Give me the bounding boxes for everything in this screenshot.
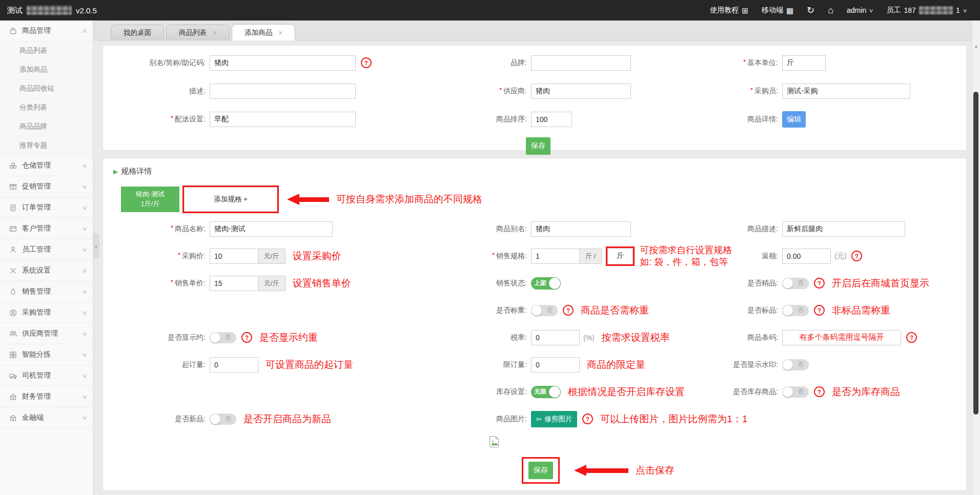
sale-spec-input[interactable]: [531, 249, 580, 264]
sidebar-item-finance[interactable]: 财务管理 ∨: [0, 386, 93, 407]
spec-name-input[interactable]: [210, 221, 333, 237]
sale-price-input[interactable]: [210, 276, 258, 291]
show-weight-toggle[interactable]: 否: [210, 332, 236, 343]
supplier-input[interactable]: [531, 84, 631, 99]
watermark-toggle[interactable]: 否: [782, 359, 809, 370]
barcode-input[interactable]: [782, 330, 901, 345]
section-arrow-icon: ▶: [113, 168, 118, 175]
close-icon[interactable]: ×: [213, 29, 217, 36]
rebate-unit: (元): [834, 252, 846, 261]
close-icon[interactable]: ×: [278, 29, 282, 36]
standard-label: 是否标品:: [710, 306, 778, 315]
help-icon[interactable]: ?: [906, 332, 918, 344]
admin-menu[interactable]: admin ∨: [847, 6, 873, 14]
sidebar-item-system-settings[interactable]: 系统设置 ∨: [0, 260, 93, 281]
sidebar-item-drivers[interactable]: 司机管理 ∨: [0, 365, 93, 386]
new-goods-toggle[interactable]: 否: [210, 414, 236, 425]
home-button[interactable]: ⌂: [828, 6, 833, 15]
sidebar-item-purchasing[interactable]: 采购管理 ∨: [0, 302, 93, 323]
tab-my-desktop[interactable]: 我的桌面: [111, 25, 164, 40]
help-icon[interactable]: ?: [360, 57, 373, 69]
spec-desc-input[interactable]: [782, 221, 905, 237]
min-order-label: 起订量:: [113, 360, 206, 369]
qr-code-icon: ▦: [786, 7, 793, 14]
help-icon[interactable]: ?: [241, 332, 253, 344]
help-icon[interactable]: ?: [582, 413, 594, 425]
stock-setting-toggle[interactable]: 无限: [531, 386, 561, 398]
tab-goods-list[interactable]: 商品列表 ×: [166, 25, 230, 40]
min-order-input[interactable]: [210, 357, 258, 373]
scrollbar-thumb[interactable]: [973, 92, 978, 415]
tutorial-label: 使用教程: [710, 6, 739, 15]
help-icon[interactable]: ?: [851, 250, 863, 262]
help-icon[interactable]: ?: [813, 386, 826, 398]
boutique-toggle[interactable]: 否: [782, 278, 809, 289]
chevron-down-icon: ∨: [81, 204, 88, 211]
save-spec-button[interactable]: 保存: [528, 462, 553, 479]
sidebar-item-category-list[interactable]: 分类列表: [0, 98, 93, 117]
tab-add-goods[interactable]: 添加商品 ×: [232, 24, 295, 40]
sidebar-item-featured-topics[interactable]: 推荐专题: [0, 136, 93, 155]
max-order-input[interactable]: [531, 357, 580, 373]
sale-status-toggle[interactable]: 上架: [531, 277, 561, 290]
standard-toggle[interactable]: 否: [782, 305, 809, 316]
sidebar-item-goods-brand[interactable]: 商品品牌: [0, 117, 93, 136]
weigh-toggle[interactable]: 否: [531, 305, 558, 316]
base-unit-input[interactable]: [782, 55, 826, 71]
mobile-link[interactable]: 移动端 ▦: [762, 6, 793, 15]
scroll-up-icon[interactable]: ▲: [972, 44, 980, 49]
sidebar-item-goods-management[interactable]: 商品管理 ∧: [0, 20, 93, 42]
save-basic-button[interactable]: 保存: [526, 137, 550, 155]
sidebar-item-orders[interactable]: 订单管理 ∨: [0, 197, 93, 218]
basic-info-panel: 别名/简称/助记码: ? 品牌: *基本单位: 描述: *供应商:: [103, 45, 967, 151]
sidebar-collapse-handle[interactable]: ‹: [93, 233, 99, 259]
spec-alias-input[interactable]: [531, 221, 631, 237]
stock-setting-label: 库存设置:: [393, 387, 527, 397]
annotation-sale-price: 设置销售单价: [293, 277, 351, 290]
sort-input[interactable]: [531, 112, 572, 127]
help-icon[interactable]: ?: [813, 304, 826, 317]
alias-input[interactable]: [210, 55, 356, 71]
desc-label: 描述:: [113, 87, 206, 96]
sidebar-item-suppliers[interactable]: 供应商管理 ∨: [0, 323, 93, 344]
staff-menu[interactable]: 员工 187 1 ∨: [887, 6, 967, 15]
sidebar-item-sales[interactable]: 销售管理 ∨: [0, 281, 93, 302]
vertical-scrollbar[interactable]: ▲: [972, 20, 980, 495]
delivery-input[interactable]: [210, 112, 356, 127]
sidebar-item-warehouse[interactable]: 仓储管理 ∨: [0, 155, 93, 176]
help-icon[interactable]: ?: [813, 277, 826, 290]
spec-tab-active[interactable]: 猪肉-测试 1斤/斤: [121, 187, 179, 212]
sidebar-item-employees[interactable]: 员工管理 ∨: [0, 239, 93, 260]
description-input[interactable]: [210, 84, 356, 99]
bank-icon: [9, 414, 17, 422]
sidebar-item-finance-portal[interactable]: 金融端 ∨: [0, 407, 93, 428]
refresh-button[interactable]: ↻: [807, 6, 814, 15]
sale-spec-unit-input[interactable]: [607, 248, 633, 264]
tutorial-link[interactable]: 使用教程 ⊞: [710, 6, 748, 15]
crop-image-button[interactable]: ✂ 修剪图片: [531, 411, 577, 427]
sidebar-item-customers[interactable]: 客户管理 ∨: [0, 218, 93, 239]
sidebar-item-add-goods[interactable]: 添加商品: [0, 60, 93, 79]
purchase-price-input[interactable]: [210, 249, 258, 264]
edit-detail-button[interactable]: 编辑: [782, 111, 806, 128]
staff-phone-redacted: [919, 6, 953, 14]
sidebar-item-promotion[interactable]: 促销管理 ∨: [0, 176, 93, 197]
sale-price-label: *销售单价:: [113, 279, 206, 288]
tax-input[interactable]: [531, 330, 580, 345]
sidebar-item-goods-list[interactable]: 商品列表: [0, 42, 93, 60]
add-spec-tab[interactable]: 添加规格 +: [184, 187, 277, 212]
rebate-input[interactable]: [782, 249, 831, 264]
stock-goods-toggle[interactable]: 否: [782, 386, 809, 398]
help-icon[interactable]: ?: [562, 304, 575, 317]
chevron-down-icon: ∨: [81, 352, 88, 358]
supplier-label: *供应商:: [393, 87, 527, 96]
buyer-input[interactable]: [782, 84, 910, 99]
sidebar-item-recycle-bin[interactable]: 商品回收站: [0, 79, 93, 98]
sidebar-item-smart-sorting[interactable]: 智能分拣 ∨: [0, 344, 93, 365]
brand-input[interactable]: [531, 55, 631, 71]
chevron-down-icon: ∨: [81, 394, 88, 400]
alias-label: 别名/简称/助记码:: [113, 58, 206, 68]
topbar: 测试 v2.0.5 使用教程 ⊞ 移动端 ▦ ↻ ⌂ admin ∨ 员工 18…: [0, 0, 980, 20]
crop-icon: ✂: [536, 415, 542, 423]
goods-image-label: 商品图片:: [393, 415, 527, 424]
